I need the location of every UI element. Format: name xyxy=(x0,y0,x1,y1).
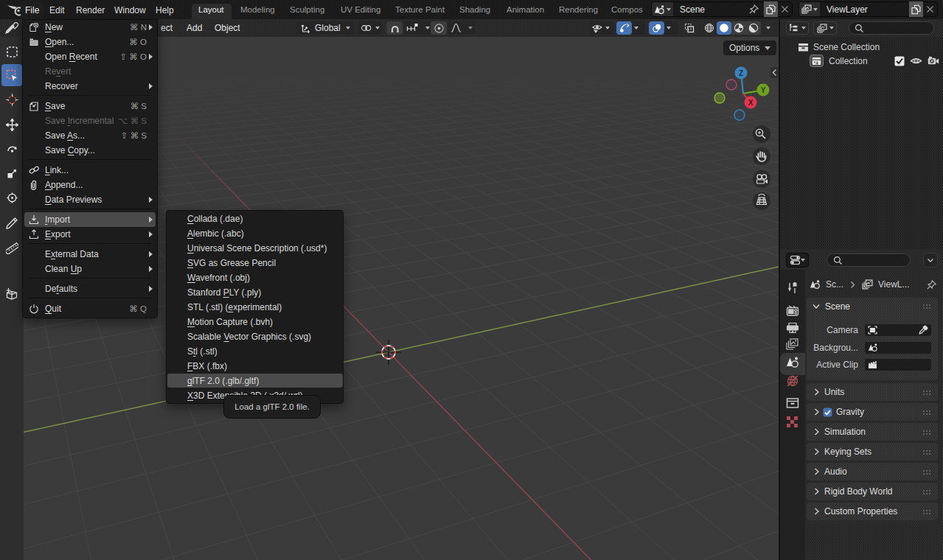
svg-text:X: X xyxy=(748,99,754,107)
svg-text:Y: Y xyxy=(761,86,766,94)
svg-text:Z: Z xyxy=(739,69,743,77)
